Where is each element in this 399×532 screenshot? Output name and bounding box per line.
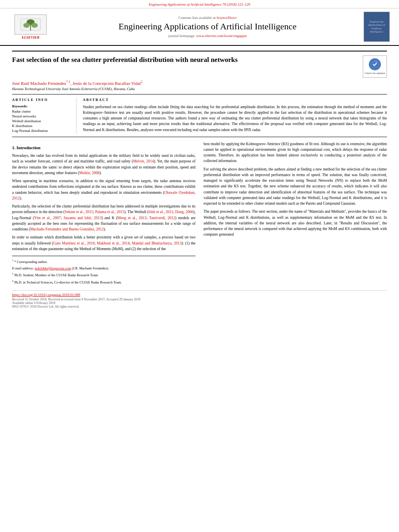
article-title-text: Fast selection of the sea clutter prefer… xyxy=(12,55,359,64)
ref-meikle[interactable]: Meikle, 2008 xyxy=(79,171,100,175)
keyword-3: Weibull distribution xyxy=(12,119,70,123)
article-content: Fast selection of the sea clutter prefer… xyxy=(0,46,399,312)
journal-title: Engineering Applications of Artificial I… xyxy=(59,21,356,32)
para-col2-2: For solving the above described problem,… xyxy=(204,166,387,207)
ref-yim[interactable]: Yim et al., 2007 xyxy=(34,216,61,220)
para-col2-3: The paper proceeds as follows. The next … xyxy=(204,209,387,237)
abstract-heading: ABSTRACT xyxy=(83,98,387,102)
para-4: In order to estimate which distribution … xyxy=(12,234,195,252)
check-updates-label: Check for updates xyxy=(365,72,385,75)
journal-homepage: journal homepage: www.elsevier.com/locat… xyxy=(59,34,356,38)
keywords-label: Keywords: xyxy=(12,104,70,108)
available-line: Available online 6 February 2018 xyxy=(12,301,387,305)
doi-link[interactable]: https://doi.org/10.1016/j.engappai.2018.… xyxy=(12,293,80,297)
body-columns: 1. Introduction Nowadays, the radar has … xyxy=(12,141,387,286)
article-title: Fast selection of the sea clutter prefer… xyxy=(12,55,359,64)
journal-cover: EngineeringApplications ofArtificialInte… xyxy=(360,12,393,42)
footnote-1: 1 Ph.D. Student, Member of the CUJAE Rad… xyxy=(12,272,195,278)
svg-point-5 xyxy=(371,60,379,68)
keyword-4: K distribution xyxy=(12,124,70,128)
check-updates-icon xyxy=(369,58,381,70)
bottom-info: https://doi.org/10.1016/j.engappai.2018.… xyxy=(12,290,387,308)
abstract-col: ABSTRACT Studies performed on sea clutte… xyxy=(76,98,387,134)
para-3: Particularly, the selection of the clutt… xyxy=(12,203,195,232)
check-updates-badge: Check for updates xyxy=(363,55,387,78)
article-meta-row: ARTICLE INFO Keywords: Radar clutter Neu… xyxy=(12,94,387,137)
footnote-star: * * Corresponding author. xyxy=(12,259,195,265)
ref-mandal[interactable]: Mandal and Bhattacharya, 2013 xyxy=(132,241,182,245)
footnote-email: E-mail address: m4ch4do@hispavista.com (… xyxy=(12,266,195,271)
author1-sup: *,1 xyxy=(66,80,70,84)
ref-sekine[interactable]: Sekine et al., 2015 xyxy=(65,210,93,214)
article-title-section: Fast selection of the sea clutter prefer… xyxy=(12,51,387,78)
ref-machado[interactable]: Machado Fernández and Bueno González, 20… xyxy=(30,227,104,231)
ref-tanriverdi[interactable]: Tanriverdi, 2012 xyxy=(149,216,175,220)
sciencedirect-line: Contents lists available at ScienceDirec… xyxy=(59,16,356,20)
article-info-heading: ARTICLE INFO xyxy=(12,98,70,102)
journal-header: ELSEVIER Contents lists available at Sci… xyxy=(0,8,399,46)
para-2: When operating in maritime scenarios, in… xyxy=(12,178,195,201)
section1-title: 1. Introduction xyxy=(12,144,195,151)
homepage-link[interactable]: www.elsevier.com/locate/engappai xyxy=(196,34,247,38)
svg-point-3 xyxy=(23,23,30,28)
article-info-col: ARTICLE INFO Keywords: Radar clutter Neu… xyxy=(12,98,76,134)
ref-melvin[interactable]: Melvin, 2014 xyxy=(133,159,154,163)
ref-ishii[interactable]: Ishii et al., 2011 xyxy=(148,210,173,214)
elsevier-logo-section: ELSEVIER xyxy=(6,14,55,39)
copyright-line: 0952-1976/© 2018 Elsevier Ltd. All right… xyxy=(12,305,387,308)
keyword-1: Radar clutter xyxy=(12,109,70,113)
elsevier-logo-image xyxy=(14,14,47,35)
ref-meng[interactable]: Meng et al., 2013 xyxy=(117,216,146,220)
body-col-left: 1. Introduction Nowadays, the radar has … xyxy=(12,141,195,286)
ref-palama[interactable]: Palama et al., 2015 xyxy=(95,210,124,214)
keyword-5: Log-Normal distribution xyxy=(12,129,70,133)
journal-top-bar: Engineering Applications of Artificial I… xyxy=(0,0,399,8)
para-col2-1: best model by applying the Kolmogorov–Sm… xyxy=(204,141,387,164)
abstract-text: Studies performed on sea clutter reading… xyxy=(83,104,387,133)
authors-line: José Raúl Machado Fernández*,1, Jesús de… xyxy=(12,80,387,86)
doi-line: https://doi.org/10.1016/j.engappai.2018.… xyxy=(12,293,387,297)
footnote-2: 2 Ph.D. in Technical Sciences, Co-direct… xyxy=(12,279,195,285)
ref-sayama[interactable]: Sayama and Ishii, 2013 xyxy=(64,216,102,220)
elsevier-text: ELSEVIER xyxy=(22,35,39,39)
para-1: Nowadays, the radar has evolved from its… xyxy=(12,153,195,176)
email-link[interactable]: m4ch4do@hispavista.com xyxy=(35,266,71,270)
author2-name: Jesús de la Concepción Bacallao Vidal xyxy=(72,81,141,86)
ref-makhoul[interactable]: Makhoul et al., 2014 xyxy=(97,241,130,245)
author1-name: José Raúl Machado Fernández xyxy=(12,81,66,86)
ref-gato[interactable]: Gato Martínez et al., 2016 xyxy=(53,241,95,245)
journal-cover-image: EngineeringApplications ofArtificialInte… xyxy=(364,12,390,42)
ref-dong[interactable]: Dong, 2006 xyxy=(175,210,193,214)
body-col-right: best model by applying the Kolmogorov–Sm… xyxy=(204,141,387,286)
svg-point-4 xyxy=(31,23,38,28)
footnotes-area: * * Corresponding author. E-mail address… xyxy=(12,256,195,285)
keyword-2: Neural networks xyxy=(12,114,70,118)
journal-header-center: Contents lists available at ScienceDirec… xyxy=(55,16,360,37)
journal-issue-info: Engineering Applications of Artificial I… xyxy=(149,2,250,6)
received-line: Received 31 October 2016; Received in re… xyxy=(12,298,387,301)
affiliation: Havana Technological University José Ant… xyxy=(12,87,387,91)
ref-oyedokun[interactable]: Oluwale Oyedokun, 2012 xyxy=(12,191,195,200)
author2-sup: 2 xyxy=(141,80,142,84)
